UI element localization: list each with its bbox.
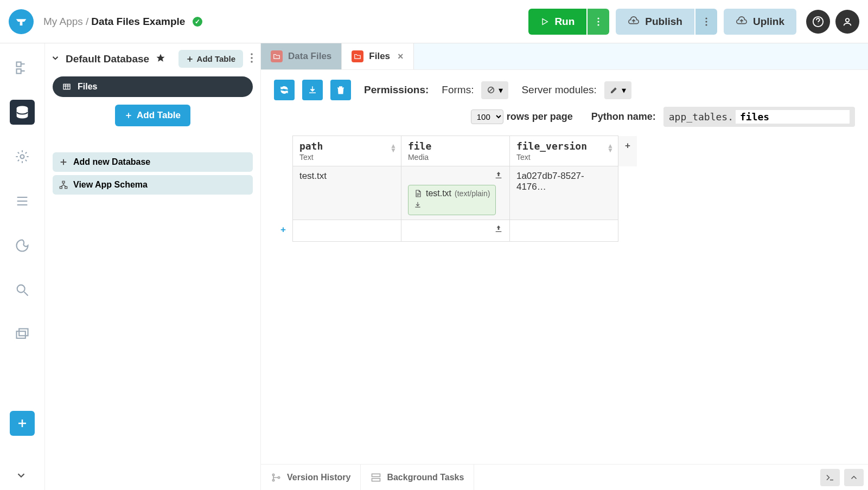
svg-rect-8 bbox=[17, 62, 21, 67]
svg-point-7 bbox=[846, 18, 849, 22]
kebab-icon bbox=[597, 17, 599, 26]
console-button[interactable] bbox=[820, 469, 840, 486]
svg-point-15 bbox=[17, 285, 25, 293]
add-table-center-button[interactable]: Add Table bbox=[115, 105, 190, 126]
logo[interactable] bbox=[9, 9, 34, 34]
footer-version-history[interactable]: Version History bbox=[261, 465, 361, 490]
svg-point-23 bbox=[251, 53, 253, 55]
rail-app-browser[interactable] bbox=[10, 55, 35, 80]
trash-icon bbox=[336, 85, 346, 95]
add-table-label: Add Table bbox=[197, 54, 235, 63]
server-permission-select[interactable]: ▾ bbox=[604, 81, 631, 99]
svg-rect-43 bbox=[372, 478, 380, 481]
add-column-button[interactable]: + bbox=[618, 136, 636, 166]
sidebar-more-button[interactable] bbox=[251, 53, 253, 65]
folder-icon bbox=[352, 50, 363, 62]
python-prefix: app_tables. bbox=[669, 111, 733, 122]
tab-data-files[interactable]: Data Files bbox=[261, 43, 342, 69]
delete-button[interactable] bbox=[330, 80, 351, 100]
footer-label: Version History bbox=[287, 473, 350, 482]
rail-search[interactable] bbox=[10, 278, 35, 302]
plus-icon bbox=[59, 158, 68, 166]
download-button[interactable] bbox=[302, 80, 323, 100]
star-icon[interactable] bbox=[156, 53, 165, 65]
col-header-path[interactable]: path ▲▼ Text bbox=[292, 136, 401, 166]
table-wrap: path ▲▼ Text file Media file_version ▲▼ … bbox=[261, 136, 868, 242]
download-icon bbox=[308, 85, 317, 95]
branch-icon bbox=[271, 472, 282, 483]
publish-button[interactable]: Publish bbox=[616, 9, 694, 35]
kebab-icon bbox=[251, 53, 253, 63]
sort-icon[interactable]: ▲▼ bbox=[607, 144, 614, 152]
add-new-database-button[interactable]: Add new Database bbox=[53, 152, 253, 172]
refresh-button[interactable] bbox=[274, 80, 295, 100]
col-header-file-version[interactable]: file_version ▲▼ Text bbox=[509, 136, 618, 166]
table-item-files[interactable]: Files bbox=[53, 76, 253, 97]
kebab-icon bbox=[705, 17, 707, 26]
rail-settings[interactable] bbox=[10, 144, 35, 169]
tab-label: Data Files bbox=[288, 51, 331, 62]
cell-empty[interactable] bbox=[509, 220, 618, 242]
breadcrumb-app-name[interactable]: Data Files Example bbox=[91, 16, 185, 28]
table-row-empty[interactable]: + bbox=[274, 220, 637, 242]
expand-button[interactable] bbox=[844, 469, 864, 486]
add-row-button[interactable]: + bbox=[274, 220, 292, 242]
run-button[interactable]: Run bbox=[528, 9, 586, 35]
footer: Version History Background Tasks bbox=[261, 464, 868, 490]
rail-logs[interactable] bbox=[10, 189, 35, 214]
view-schema-label: View App Schema bbox=[73, 180, 148, 190]
account-button[interactable] bbox=[835, 10, 859, 34]
svg-rect-18 bbox=[19, 329, 28, 336]
close-tab-button[interactable]: × bbox=[398, 51, 404, 62]
tab-files[interactable]: Files × bbox=[342, 43, 413, 69]
file-chip[interactable]: test.txt (text/plain) bbox=[408, 185, 496, 215]
cell-empty[interactable] bbox=[292, 220, 401, 242]
refresh-icon bbox=[279, 85, 289, 95]
footer-background-tasks[interactable]: Background Tasks bbox=[361, 465, 474, 490]
cell-file-version[interactable]: 1a027db7-8527-4176… bbox=[509, 166, 618, 220]
rail-collapse[interactable] bbox=[15, 469, 27, 483]
cell-empty[interactable] bbox=[401, 220, 509, 242]
breadcrumb-root[interactable]: My Apps bbox=[43, 16, 83, 28]
download-file-icon[interactable] bbox=[414, 201, 490, 211]
rows-per-page-select[interactable]: 100 bbox=[471, 109, 503, 124]
svg-rect-42 bbox=[372, 474, 380, 476]
run-menu-button[interactable] bbox=[588, 9, 609, 35]
svg-point-40 bbox=[272, 479, 274, 481]
svg-rect-35 bbox=[60, 186, 62, 188]
question-icon bbox=[812, 16, 824, 28]
rail-data-tables[interactable] bbox=[10, 100, 35, 125]
view-app-schema-button[interactable]: View App Schema bbox=[53, 175, 253, 195]
chevron-down-icon[interactable] bbox=[50, 53, 61, 65]
table-row[interactable]: test.txt test.txt (text/plain) bbox=[274, 166, 637, 220]
terminal-icon bbox=[825, 473, 835, 482]
database-title: Default Database bbox=[66, 53, 149, 65]
header: My Apps / Data Files Example Run Publish… bbox=[0, 0, 868, 43]
breadcrumb-sep: / bbox=[86, 16, 88, 28]
publish-menu-button[interactable] bbox=[695, 9, 717, 35]
cell-path[interactable]: test.txt bbox=[292, 166, 401, 220]
rail-dependencies[interactable] bbox=[10, 322, 35, 347]
svg-point-5 bbox=[705, 24, 707, 25]
cell-file[interactable]: test.txt (text/plain) bbox=[401, 166, 509, 220]
rail-theme[interactable] bbox=[10, 233, 35, 258]
uplink-button[interactable]: Uplink bbox=[724, 9, 796, 35]
folder-icon bbox=[271, 50, 283, 62]
svg-point-4 bbox=[705, 21, 707, 22]
svg-point-0 bbox=[598, 17, 599, 19]
footer-label: Background Tasks bbox=[387, 473, 464, 482]
python-name-input[interactable] bbox=[736, 110, 850, 124]
upload-icon[interactable] bbox=[494, 224, 503, 235]
add-table-top-button[interactable]: Add Table bbox=[178, 50, 243, 68]
svg-rect-36 bbox=[65, 186, 67, 188]
python-name-label: Python name: bbox=[591, 111, 656, 122]
help-button[interactable] bbox=[806, 10, 830, 34]
col-header-file[interactable]: file Media bbox=[401, 136, 509, 166]
table-item-label: Files bbox=[78, 82, 97, 92]
sort-icon[interactable]: ▲▼ bbox=[390, 144, 397, 152]
table-icon bbox=[62, 82, 71, 91]
forms-permission-select[interactable]: ▾ bbox=[481, 81, 508, 99]
rail-add-button[interactable] bbox=[10, 411, 35, 436]
sidebar-header: Default Database Add Table bbox=[45, 43, 260, 74]
upload-icon[interactable] bbox=[494, 171, 503, 182]
